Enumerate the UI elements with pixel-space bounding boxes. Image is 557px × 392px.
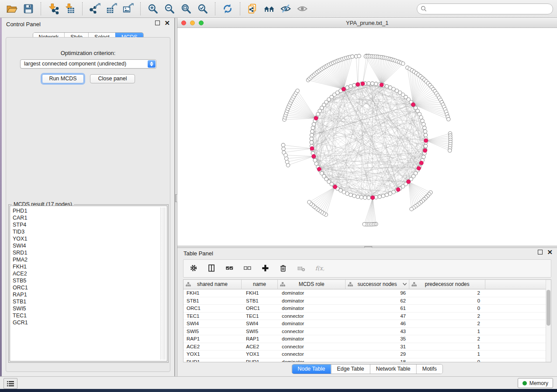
mcds-node[interactable] [342,87,346,91]
network-node[interactable] [448,149,451,152]
mcds-node[interactable] [317,167,321,171]
mcds-node[interactable] [333,185,337,189]
table-row[interactable]: RAP1RAP1dominator352 [183,335,551,343]
table-row[interactable]: TEC1TEC1connector472 [183,313,551,320]
network-node[interactable] [284,153,287,157]
network-node[interactable] [410,207,413,211]
mcds-node[interactable] [314,116,318,120]
network-node[interactable] [311,130,314,133]
column-header-MCDS-role[interactable]: MCDS role [278,280,346,289]
network-node[interactable] [357,54,361,58]
network-node[interactable] [296,89,299,93]
mcds-result-item[interactable]: PHD1 [13,207,167,214]
network-node[interactable] [421,119,424,123]
column-header-name[interactable]: name [242,280,278,289]
network-node[interactable] [349,193,353,196]
window-zoom-icon[interactable] [199,21,204,25]
table-row[interactable]: FKH1FKH1dominator962 [183,289,551,297]
mcds-result-item[interactable]: STB5 [13,277,167,284]
mcds-result-item[interactable]: SRD1 [13,249,167,256]
mcds-result-item[interactable]: GCR1 [13,319,167,326]
mcds-result-item[interactable]: RAP1 [13,291,167,298]
network-node[interactable] [360,196,363,199]
import-table-button[interactable] [62,1,77,16]
mcds-node[interactable] [380,83,384,87]
save-session-button[interactable] [21,1,36,16]
mcds-node[interactable] [424,139,428,143]
table-row[interactable]: ORC1ORC1dominator610 [183,305,551,313]
export-table-button[interactable] [104,1,119,16]
zoom-out-button[interactable] [162,1,177,16]
zoom-selected-button[interactable] [195,1,210,16]
network-node[interactable] [422,123,425,126]
network-node[interactable] [282,147,285,151]
network-node[interactable] [378,195,381,198]
create-column-button[interactable] [260,263,271,274]
network-node[interactable] [363,223,366,226]
network-node[interactable] [423,130,427,133]
network-node[interactable] [367,196,370,199]
window-close-icon[interactable] [181,21,186,25]
mcds-node[interactable] [371,196,375,199]
network-canvas[interactable] [177,28,557,246]
column-header-successor-nodes[interactable]: successor nodes [346,280,409,289]
mcds-node[interactable] [419,161,423,165]
network-node[interactable] [349,85,353,88]
export-network-button[interactable] [87,1,102,16]
network-node[interactable] [424,133,427,137]
network-node[interactable] [310,137,313,141]
close-panel-icon[interactable]: ✕ [547,250,553,254]
network-node[interactable] [367,82,370,85]
column-header-shared-name[interactable]: shared name [183,280,242,289]
network-window-titlebar[interactable]: YPA_prune.txt_1 [177,18,557,28]
close-panel-icon[interactable]: ✕ [164,21,170,25]
optimization-criterion-select[interactable]: largest connected component (undirected) [20,59,156,69]
table-tab-network-table[interactable]: Network Table [370,364,416,374]
table-row[interactable]: PHD1PHD1dominator180 [183,358,551,363]
network-node[interactable] [446,117,450,121]
table-row[interactable]: YOX1YOX1connector291 [183,351,551,358]
hide-selected-button[interactable] [278,1,293,16]
table-row[interactable]: STB1STB1dominator620 [183,297,551,305]
mcds-result-item[interactable]: ORC1 [13,284,167,291]
network-node[interactable] [285,160,289,164]
function-builder-button[interactable]: f(x) [314,263,325,274]
mcds-result-item[interactable]: CAR1 [13,214,167,221]
network-node[interactable] [374,82,378,86]
network-node[interactable] [310,141,313,144]
mcds-result-item[interactable]: ACE2 [13,270,167,277]
mcds-node[interactable] [312,155,316,158]
network-node[interactable] [308,200,311,204]
network-node[interactable] [350,55,354,58]
mcds-node[interactable] [411,103,415,107]
mcds-node[interactable] [310,147,314,151]
network-node[interactable] [310,133,313,137]
select-all-columns-button[interactable] [225,263,235,274]
search-box[interactable] [417,3,553,14]
table-row[interactable]: ACE2ACE2connector311 [183,343,551,351]
clone-network-button[interactable] [245,1,260,16]
window-minimize-icon[interactable] [190,21,195,25]
network-node[interactable] [281,143,285,147]
result-list-scrollbar[interactable] [160,207,166,360]
delete-columns-button[interactable] [278,263,289,274]
delete-table-button[interactable] [296,263,307,274]
table-tab-node-table[interactable]: Node Table [292,364,331,374]
mcds-result-item[interactable]: TID3 [13,228,167,235]
zoom-in-button[interactable] [145,1,160,16]
mcds-node[interactable] [417,166,421,170]
network-node[interactable] [424,144,427,148]
mcds-result-item[interactable]: STP4 [13,221,167,228]
close-panel-button[interactable]: Close panel [90,74,135,83]
network-node[interactable] [385,85,388,88]
network-node[interactable] [370,82,374,85]
import-network-button[interactable] [46,1,61,16]
network-node[interactable] [381,194,385,198]
export-image-button[interactable] [121,1,135,16]
mcds-result-item[interactable]: FKH1 [13,263,167,270]
network-node[interactable] [401,62,405,65]
table-mode-gear-button[interactable] [189,263,199,274]
network-node[interactable] [363,196,367,199]
mcds-node[interactable] [396,188,400,192]
mcds-node[interactable] [356,83,360,86]
